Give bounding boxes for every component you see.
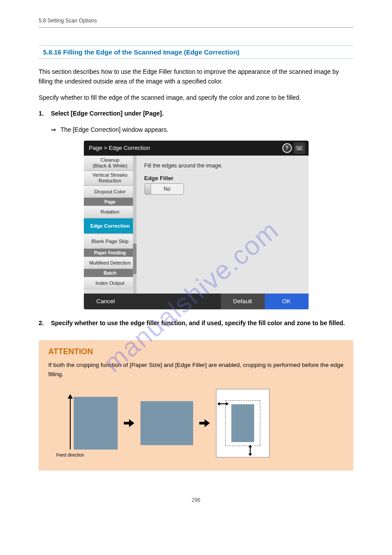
sidebar-item-cleanup-bw[interactable]: Cleanup (Black & White) bbox=[84, 156, 137, 170]
svg-rect-1 bbox=[297, 147, 298, 148]
diagram-cropped-page bbox=[140, 401, 193, 445]
running-header: 5.8 Setting Scan Options bbox=[39, 18, 353, 24]
result-line: ⇒ The [Edge Correction] window appears. bbox=[39, 125, 353, 134]
feed-direction-caption: Feed direction bbox=[56, 453, 84, 457]
attention-diagram: Feed direction bbox=[48, 389, 344, 457]
attention-body: If both the cropping function of [Paper … bbox=[48, 361, 344, 379]
sidebar-scrollbar[interactable] bbox=[133, 156, 137, 294]
svg-rect-5 bbox=[297, 149, 302, 149]
diagram-filled-page bbox=[231, 404, 254, 442]
diagram-crop-region bbox=[225, 400, 260, 446]
sidebar-item-dropout-color[interactable]: Dropout Color bbox=[84, 185, 137, 198]
arrow-right-icon bbox=[199, 420, 210, 426]
sidebar-category-page: Page bbox=[84, 198, 137, 206]
sidebar-item-edge-correction[interactable]: Edge Correction bbox=[84, 218, 137, 234]
settings-panel: Fill the edges around the image. Edge Fi… bbox=[137, 156, 309, 294]
toggle-value: No bbox=[151, 186, 183, 192]
sidebar-category-batch: Batch bbox=[84, 269, 137, 277]
keyboard-icon[interactable] bbox=[294, 142, 305, 154]
intro-paragraph-2: Specify whether to fill the edge of the … bbox=[39, 93, 353, 102]
horizontal-dimension-icon bbox=[219, 403, 227, 404]
svg-rect-0 bbox=[296, 146, 303, 150]
help-icon[interactable]: ? bbox=[282, 143, 292, 153]
running-header-left: 5.8 Setting Scan Options bbox=[39, 18, 97, 24]
sidebar-item-index-output[interactable]: Index Output bbox=[84, 277, 137, 289]
step-text-2: Specify whether to use the edge filler f… bbox=[51, 319, 345, 326]
header-rule bbox=[39, 27, 353, 28]
attention-box: ATTENTION If both the cropping function … bbox=[39, 340, 353, 471]
feed-direction-arrow: Feed direction bbox=[66, 397, 75, 450]
step-1: 1. Select [Edge Correction] under [Page]… bbox=[39, 109, 353, 118]
sidebar-category-paper-feeding: Paper Feeding bbox=[84, 249, 137, 257]
diagram-output-frame bbox=[216, 389, 270, 457]
sidebar-item-multifeed-detection[interactable]: Multifeed Detection bbox=[84, 257, 137, 269]
title-bar: Page > Edge Correction ? bbox=[84, 141, 309, 156]
screenshot-panel: Page > Edge Correction ? Cleanup (Black … bbox=[84, 141, 309, 309]
step-text: Select [Edge Correction] under [Page]. bbox=[51, 110, 164, 117]
diagram-input-page bbox=[74, 397, 118, 450]
toggle-knob[interactable] bbox=[145, 184, 151, 194]
sidebar-item-vertical-streaks[interactable]: Vertical Streaks Reduction bbox=[84, 170, 137, 185]
intro-paragraph-1: This section describes how to use the Ed… bbox=[39, 67, 353, 87]
edge-filler-label: Edge Filler bbox=[144, 175, 301, 181]
svg-rect-3 bbox=[299, 147, 300, 148]
ok-button[interactable]: OK bbox=[265, 294, 309, 309]
arrow-right-icon bbox=[124, 420, 134, 426]
sidebar-item-blank-page-skip[interactable]: Blank Page Skip bbox=[84, 234, 137, 249]
page-number: 296 bbox=[39, 497, 353, 503]
cancel-button[interactable]: Cancel bbox=[84, 294, 128, 309]
result-arrow-icon: ⇒ bbox=[51, 126, 56, 133]
step-2: 2. Specify whether to use the edge fille… bbox=[39, 318, 353, 328]
breadcrumb: Page > Edge Correction bbox=[89, 145, 150, 151]
step-number: 1. bbox=[39, 109, 49, 118]
step-number-2: 2. bbox=[39, 318, 49, 328]
sidebar-item-rotation[interactable]: Rotation bbox=[84, 206, 137, 218]
section-heading: 5.8.16 Filling the Edge of the Scanned I… bbox=[39, 45, 353, 59]
panel-description: Fill the edges around the image. bbox=[144, 163, 301, 169]
edge-filler-toggle[interactable]: No bbox=[144, 183, 184, 195]
result-text: The [Edge Correction] window appears. bbox=[61, 126, 169, 133]
sidebar: Cleanup (Black & White) Vertical Streaks… bbox=[84, 156, 137, 294]
svg-rect-4 bbox=[301, 147, 302, 148]
scrollbar-thumb[interactable] bbox=[133, 243, 137, 274]
attention-title: ATTENTION bbox=[48, 347, 344, 356]
vertical-dimension-icon bbox=[250, 446, 251, 454]
svg-rect-2 bbox=[298, 147, 299, 148]
dialog-footer: Cancel Default OK bbox=[84, 294, 309, 309]
default-button[interactable]: Default bbox=[221, 294, 265, 309]
